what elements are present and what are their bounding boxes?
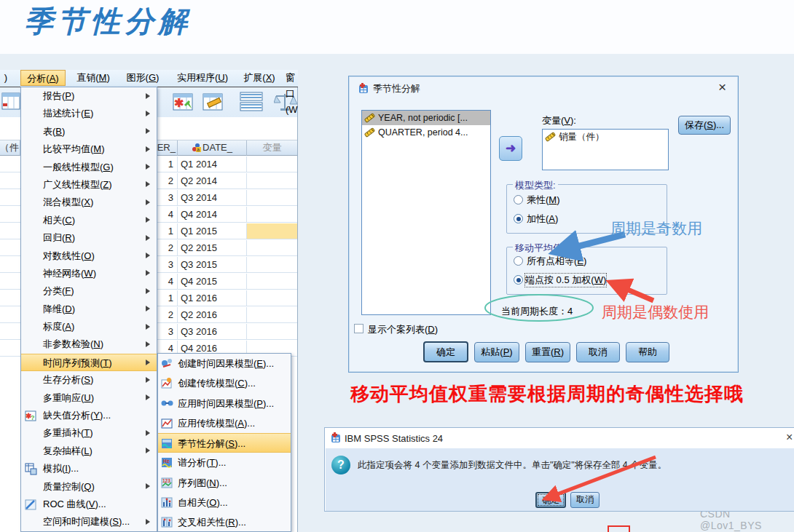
menu-item-correlate[interactable]: 相关(C) xyxy=(21,212,157,229)
spectral-analysis-icon: Hz xyxy=(161,456,173,469)
menu-item-neural-networks[interactable]: 神经网络(W) xyxy=(21,265,157,282)
radio-multiplicative[interactable] xyxy=(514,195,523,205)
menu-graphs[interactable]: 图形(G) xyxy=(121,70,165,86)
menu-item-forecasting[interactable]: 时间序列预测(T) xyxy=(21,354,157,371)
message-ok-button[interactable]: 确定 xyxy=(535,492,566,508)
date-cell[interactable]: Q3 2015 xyxy=(178,257,247,273)
menu-item-reports[interactable]: 报告(P) xyxy=(21,87,157,105)
radio-all-points-equal[interactable] xyxy=(514,256,523,266)
menu-item-multiple-imputation[interactable]: 多重插补(T) xyxy=(21,424,157,442)
save-button[interactable]: 保存(S)... xyxy=(678,116,731,135)
submenu-item-seasonal-decomposition[interactable]: 季节性分解(S)... xyxy=(158,433,291,453)
submenu-item-spectral-analysis[interactable]: Hz谱分析(T)... xyxy=(158,453,291,472)
submenu-item-create-traditional[interactable]: 创建传统模型(C)... xyxy=(158,373,291,393)
menu-item-regression[interactable]: 回归(R) xyxy=(21,229,157,247)
menu-item-roc-curve[interactable]: ROC 曲线(V)... xyxy=(21,496,157,513)
variable-cell[interactable] xyxy=(247,290,298,306)
submenu-item-create-temporal-causal[interactable]: 创建时间因果模型(E)... xyxy=(158,354,291,373)
variable-cell[interactable] xyxy=(247,257,298,273)
menu-item-simulation[interactable]: 模拟(I)... xyxy=(21,460,157,477)
list-item-sales[interactable]: 销量（件） xyxy=(543,130,668,144)
menu-item-survival[interactable]: 生存分析(S) xyxy=(21,371,157,389)
edit-data-icon[interactable] xyxy=(1,91,20,111)
recall-dialogs-icon[interactable]: ✱ xyxy=(172,91,195,113)
menu-item-missing-values[interactable]: ✱?缺失值分析(Y)... xyxy=(21,407,157,424)
column-header-variable[interactable]: 变量 xyxy=(247,140,298,156)
submenu-item-sequence-chart[interactable]: 123序列图(N)... xyxy=(158,473,291,493)
target-variable-list[interactable]: 销量（件） xyxy=(542,129,669,170)
date-cell[interactable]: Q1 2015 xyxy=(178,223,247,239)
scale-measure-icon xyxy=(364,114,374,122)
variable-cell[interactable] xyxy=(247,240,298,256)
date-cell[interactable]: Q4 2015 xyxy=(178,274,247,290)
radio-endpoints-weighted-label[interactable]: 端点按 0.5 加权(W) xyxy=(525,274,606,287)
menu-item-generalized-linear[interactable]: 广义线性模型(Z) xyxy=(21,176,157,194)
variable-cell[interactable] xyxy=(247,173,298,189)
menu-item-dimension-reduction[interactable]: 降维(D) xyxy=(21,301,157,318)
date-cell[interactable]: Q1 2016 xyxy=(178,290,247,306)
transfer-arrow-button[interactable]: ➜ xyxy=(499,136,522,161)
date-cell[interactable]: Q1 2014 xyxy=(178,156,247,172)
radio-all-points-equal-label[interactable]: 所有点相等(E) xyxy=(527,255,586,268)
column-header-date[interactable]: a DATE_ xyxy=(178,140,247,156)
split-file-icon[interactable] xyxy=(239,91,264,113)
menu-item-descriptives[interactable]: 描述统计(E) xyxy=(21,105,157,122)
message-cancel-button[interactable]: 取消 xyxy=(570,492,600,508)
menu-extensions[interactable]: 扩展(X) xyxy=(239,70,280,86)
radio-endpoints-weighted[interactable] xyxy=(514,275,523,285)
menu-analyze[interactable]: 分析(A) xyxy=(20,70,66,86)
list-item-quarter[interactable]: QUARTER, period 4... xyxy=(362,125,490,140)
reset-button[interactable]: 重置(R) xyxy=(525,342,570,362)
date-cell[interactable]: Q2 2014 xyxy=(178,173,247,189)
variable-cell[interactable] xyxy=(247,156,298,172)
variable-cell[interactable] xyxy=(247,190,298,206)
close-icon[interactable]: × xyxy=(718,80,726,94)
variable-cell[interactable] xyxy=(247,207,298,223)
date-cell[interactable]: Q3 2014 xyxy=(178,190,247,206)
menu-item-nonparametric[interactable]: 非参数检验(N) xyxy=(21,336,157,353)
radio-additive-label[interactable]: 加性(A) xyxy=(527,213,558,226)
svg-text:✱: ✱ xyxy=(174,97,184,109)
submenu-item-apply-traditional[interactable]: 应用传统模型(A)... xyxy=(158,413,291,433)
paste-button[interactable]: 粘贴(P) xyxy=(474,342,519,362)
menu-direct-marketing[interactable]: 直销(M) xyxy=(71,70,115,86)
variable-cell[interactable] xyxy=(247,324,298,340)
menu-item-loglinear[interactable]: 对数线性(O) xyxy=(21,247,157,265)
radio-additive[interactable] xyxy=(514,214,523,223)
submenu-item-apply-temporal-causal[interactable]: 应用时间因果模型(P)... xyxy=(158,394,291,413)
menu-item-complex-samples[interactable]: 复杂抽样(L) xyxy=(21,442,157,460)
menu-item-tables[interactable]: 表(B) xyxy=(21,123,157,140)
menu-item-general-linear[interactable]: 一般线性模型(G) xyxy=(21,159,157,176)
column-header-partial[interactable]: （件 xyxy=(0,140,20,156)
display-casewise-checkbox[interactable] xyxy=(354,324,363,333)
display-casewise-label[interactable]: 显示个案列表(D) xyxy=(368,323,438,336)
variable-cell[interactable] xyxy=(247,307,298,323)
menu-window[interactable]: 窗口(W xyxy=(286,70,299,86)
menu-utilities[interactable]: 实用程序(U) xyxy=(172,70,233,86)
submenu-item-cross-correlation[interactable]: 交叉相关性(R)... xyxy=(158,512,291,532)
menu-item-scale[interactable]: 标度(A) xyxy=(21,318,157,336)
variable-cell-selected[interactable] xyxy=(247,223,298,239)
source-variable-list[interactable]: YEAR, not periodic [... QUARTER, period … xyxy=(361,110,491,315)
help-button[interactable]: 帮助 xyxy=(626,342,669,362)
menu-item-classify[interactable]: 分类(F) xyxy=(21,282,157,300)
insert-variable-icon[interactable] xyxy=(202,91,225,113)
submenu-arrow-icon xyxy=(146,341,150,347)
menu-item-compare-means[interactable]: 比较平均值(M) xyxy=(21,140,157,158)
model-type-label: 模型类型: xyxy=(513,179,558,192)
menu-item-mixed-models[interactable]: 混合模型(X) xyxy=(21,194,157,211)
menu-item-spatial-temporal[interactable]: 空间和时间建模(S)... xyxy=(21,513,157,531)
cancel-button[interactable]: 取消 xyxy=(576,342,620,362)
ok-button[interactable]: 确定 xyxy=(423,341,468,362)
submenu-item-autocorrelation[interactable]: 自相关(O)... xyxy=(158,493,291,512)
date-cell[interactable]: Q4 2014 xyxy=(178,207,247,223)
date-cell[interactable]: Q2 2016 xyxy=(178,307,247,323)
date-cell[interactable]: Q2 2015 xyxy=(178,240,247,256)
close-icon[interactable]: × xyxy=(786,431,793,444)
radio-multiplicative-label[interactable]: 乘性(M) xyxy=(527,194,560,207)
menu-item-multiple-response[interactable]: 多重响应(U) xyxy=(21,389,157,407)
date-cell[interactable]: Q3 2016 xyxy=(178,324,247,340)
list-item-year[interactable]: YEAR, not periodic [... xyxy=(362,111,490,125)
variable-cell[interactable] xyxy=(247,274,298,290)
menu-item-quality-control[interactable]: 质量控制(Q) xyxy=(21,478,157,496)
